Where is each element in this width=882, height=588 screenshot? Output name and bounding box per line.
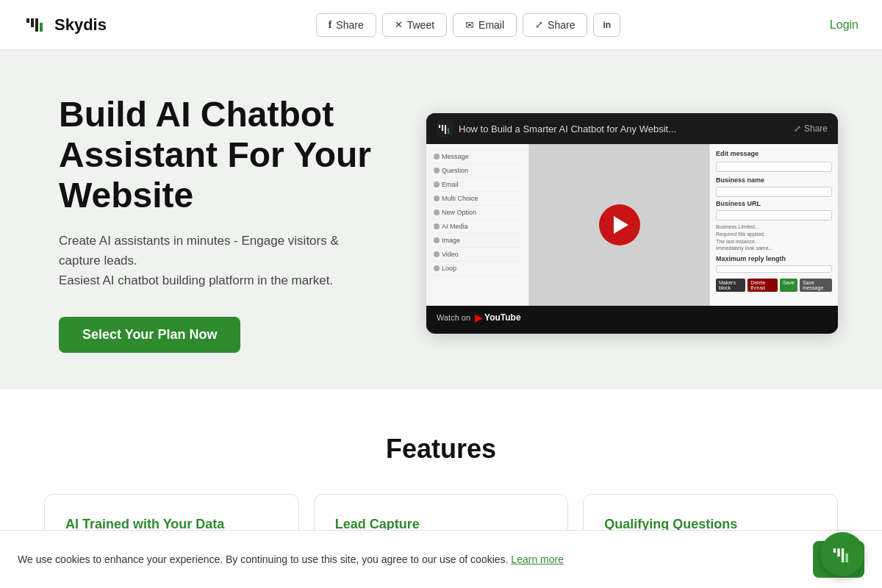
watch-on-label: Watch on [437,313,470,322]
cookie-learn-more-link[interactable]: Learn more [511,553,564,565]
video-btn-delete: Delete thread [747,279,778,292]
panel-item-newoption: New Option [442,209,476,216]
cookie-text: We use cookies to enhance your experienc… [18,553,801,565]
fab-button[interactable] [820,532,864,576]
video-share-button[interactable]: ⤢ Share [794,123,828,134]
share-buttons-group: f Share ✕ Tweet ✉ Email ⤢ Share in [316,13,620,37]
hero-cta-button[interactable]: Select Your Plan Now [59,317,240,353]
video-share-icon: ⤢ [794,123,801,134]
video-panel-label1: Business name [716,176,832,184]
watch-on-youtube[interactable]: Watch on ▶ YouTube [437,312,521,323]
youtube-label: ▶ YouTube [475,312,521,323]
panel-item-aimedia: AI Media [442,223,468,230]
cookie-banner: We use cookies to enhance your experienc… [0,530,882,588]
panel-dot [434,154,440,159]
video-panel-item: New Option [432,206,523,220]
youtube-logo-icon: ▶ [475,312,483,323]
email-share-label: Email [478,19,504,31]
skydis-logo-icon [24,12,49,37]
video-btn-makers: Makers block [716,279,745,292]
twitter-share-label: Tweet [407,19,434,31]
panel-dot [434,168,440,173]
hero-subtitle-line1: Create AI assistants in minutes - Engage… [59,234,339,268]
panel-dot [434,196,440,201]
video-panel-label3: Maximum reply length [716,255,832,262]
video-panel-field [716,187,832,197]
linkedin-icon: in [603,20,611,30]
email-icon: ✉ [465,19,474,31]
brand-name: Skydis [54,15,107,35]
generic-share-button[interactable]: ⤢ Share [523,13,587,37]
facebook-icon: f [329,19,332,31]
video-panel-item: Email [432,178,523,192]
video-share-label: Share [804,123,828,134]
hero-subtitle-line2: Easiest AI chatbot building platform in … [59,273,333,287]
video-footer: Watch on ▶ YouTube [426,306,838,329]
hero-video: How to Build a Smarter AI Chatbot for An… [426,113,838,334]
panel-dot [434,237,440,243]
youtube-play-button[interactable] [599,204,640,245]
panel-dot [434,182,440,187]
panel-item-loop: Loop [442,265,456,272]
video-panel-field [716,162,832,172]
panel-item-multichoice: Multi Choice [442,195,478,202]
features-title: Features [44,434,838,465]
video-panel-item: Message [432,150,523,164]
twitter-icon: ✕ [395,19,403,30]
panel-dot [434,265,440,271]
video-center-play[interactable] [529,144,709,306]
video-panel-field-sm [716,265,832,273]
video-panel-edit-title: Edit message [716,150,832,157]
video-body: Message Question Email Multi Choice New … [426,144,838,306]
hero-section: Build AI Chatbot Assistant For Your Webs… [0,50,882,390]
generic-share-label: Share [548,19,575,31]
video-panel-description: Business Limited...Required fills applie… [716,223,832,252]
panel-item-question: Question [442,167,468,174]
cookie-message: We use cookies to enhance your experienc… [18,553,508,565]
panel-dot [434,251,440,257]
video-right-panel: Edit message Business name Business URL … [709,144,838,306]
video-panel-item: Multi Choice [432,192,523,206]
brand-logo[interactable]: Skydis [24,12,107,37]
video-panel-item: AI Media [432,220,523,234]
fab-logo-icon [828,539,857,569]
panel-dot [434,209,440,215]
panel-item-image: Image [442,237,460,244]
hero-subtitle: Create AI assistants in minutes - Engage… [59,231,382,291]
share-icon: ⤢ [535,19,543,30]
video-logo-icon [437,121,453,137]
panel-item-video: Video [442,251,459,258]
video-panel-item: Video [432,248,523,262]
youtube-text: YouTube [484,312,521,323]
panel-item-message: Message [442,153,469,160]
video-panel-item: Loop [432,262,523,276]
video-title-text: How to Build a Smarter AI Chatbot for An… [459,123,676,135]
hero-content: Build AI Chatbot Assistant For Your Webs… [59,94,382,353]
panel-item-email: Email [442,181,459,188]
facebook-share-label: Share [336,19,363,31]
login-button[interactable]: Login [830,18,858,32]
video-panel-buttons: Makers block Delete thread Save Save mes… [716,279,832,292]
video-btn-savemsg: Save message [800,279,832,292]
email-share-button[interactable]: ✉ Email [453,13,517,37]
video-btn-save: Save [780,279,797,292]
video-panel-field [716,210,832,220]
video-panel-item: Question [432,164,523,178]
twitter-share-button[interactable]: ✕ Tweet [382,13,447,37]
video-header: How to Build a Smarter AI Chatbot for An… [426,113,838,144]
linkedin-share-button[interactable]: in [593,13,620,37]
hero-title: Build AI Chatbot Assistant For Your Webs… [59,94,382,216]
video-panel-label2: Business URL [716,200,832,207]
panel-dot [434,223,440,229]
video-header-left: How to Build a Smarter AI Chatbot for An… [437,121,676,137]
video-panel-item: Image [432,234,523,248]
facebook-share-button[interactable]: f Share [316,13,376,37]
video-left-panel: Message Question Email Multi Choice New … [426,144,529,306]
play-triangle-icon [614,216,628,234]
navbar: Skydis f Share ✕ Tweet ✉ Email ⤢ Share i… [0,0,882,50]
